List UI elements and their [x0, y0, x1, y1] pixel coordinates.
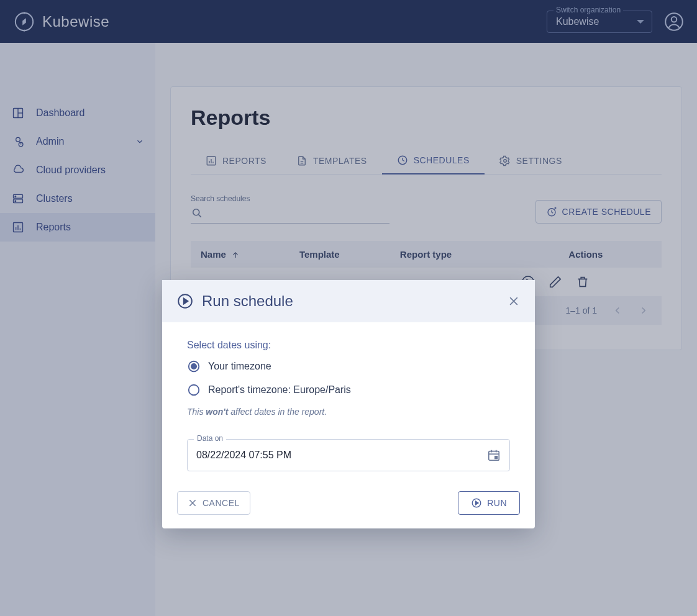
- run-button[interactable]: RUN: [458, 491, 520, 515]
- radio-unselected-icon: [187, 383, 201, 397]
- calendar-icon[interactable]: [487, 448, 501, 462]
- svg-marker-55: [476, 501, 479, 505]
- play-icon: [471, 497, 482, 509]
- radio-report-timezone[interactable]: Report's timezone: Europe/Paris: [187, 383, 510, 397]
- timezone-note: This won't affect dates in the report.: [187, 407, 510, 417]
- modal-backdrop[interactable]: Run schedule Select dates using: Your ti…: [0, 0, 697, 616]
- svg-rect-51: [495, 456, 498, 459]
- data-on-field[interactable]: Data on 08/22/2024 07:55 PM: [187, 439, 510, 471]
- button-label: RUN: [487, 498, 507, 508]
- button-label: CANCEL: [203, 498, 240, 508]
- data-on-label: Data on: [194, 434, 226, 443]
- close-button[interactable]: [508, 295, 520, 307]
- svg-marker-41: [184, 299, 188, 304]
- data-on-value: 08/22/2024 07:55 PM: [196, 450, 291, 460]
- cancel-button[interactable]: CANCEL: [177, 491, 250, 515]
- modal-title: Run schedule: [202, 292, 293, 310]
- radio-label: Your timezone: [208, 361, 271, 372]
- run-schedule-modal: Run schedule Select dates using: Your ti…: [162, 280, 535, 528]
- close-icon: [188, 498, 198, 508]
- play-circle-icon: [177, 293, 193, 309]
- radio-selected-icon: [187, 360, 201, 373]
- radio-legend: Select dates using:: [187, 340, 510, 351]
- svg-point-46: [189, 385, 199, 396]
- radio-your-timezone[interactable]: Your timezone: [187, 360, 510, 373]
- svg-point-45: [191, 364, 196, 369]
- radio-label: Report's timezone: Europe/Paris: [208, 384, 351, 396]
